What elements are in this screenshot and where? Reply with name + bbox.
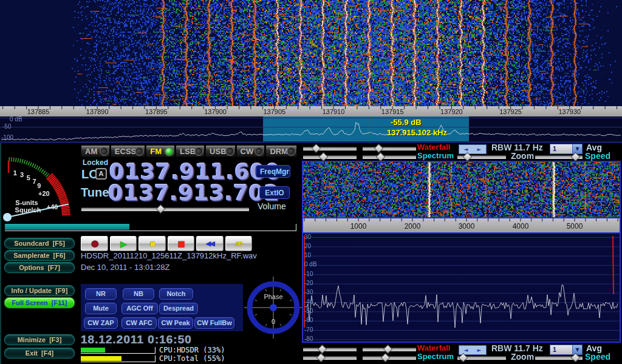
- dsp-button-cw-zap[interactable]: CW ZAP: [84, 317, 118, 329]
- rf-scale-label: 137915: [381, 108, 404, 115]
- avg-dropdown[interactable]: 1▼: [550, 345, 583, 355]
- af-waterfall-frame: [302, 161, 621, 218]
- speed-slider[interactable]: [535, 356, 583, 360]
- record-button[interactable]: ●: [81, 236, 108, 251]
- af-spectrum-display[interactable]: [303, 234, 620, 342]
- speed-slider[interactable]: [535, 155, 583, 159]
- rf-scale-label: 137905: [263, 108, 285, 115]
- lo-frequency-display[interactable]: 0137.911.600: [109, 161, 281, 183]
- rewind-button[interactable]: ◀◀: [196, 236, 224, 251]
- auto-lock-badge[interactable]: A: [95, 168, 107, 180]
- spectrum-brightness-slider-thumb[interactable]: [375, 152, 385, 162]
- chevron-down-icon[interactable]: ▼: [572, 345, 582, 354]
- spectrum-contrast-slider-thumb[interactable]: [316, 353, 326, 363]
- mode-label: FM: [150, 147, 162, 156]
- cpu-total-bar: [81, 356, 156, 362]
- spin-right-icon[interactable]: ►: [473, 145, 486, 153]
- dsp-button-mute[interactable]: Mute: [85, 303, 117, 314]
- spectrum-contrast-slider-thumb[interactable]: [319, 152, 329, 162]
- sidebar-button-minimize[interactable]: Minimize[F3]: [4, 334, 75, 345]
- sidebar-button-key: [F4]: [41, 349, 53, 357]
- rf-scale-label: 137890: [86, 108, 109, 115]
- rf-frequency-scale[interactable]: 1378851378901378951379001379051379101379…: [0, 106, 622, 116]
- rewind-icon: ◀◀: [206, 240, 214, 247]
- dsp-button-cw-fullbw[interactable]: CW FullBw: [194, 317, 234, 329]
- zoom-slider[interactable]: [457, 356, 506, 360]
- s-meter[interactable]: [1, 147, 78, 223]
- playback-progress-bar[interactable]: [5, 224, 296, 231]
- af-frequency-scale[interactable]: 10002000300040005000: [302, 218, 621, 232]
- mode-label: CW: [241, 147, 254, 156]
- mode-button-drm[interactable]: DRM: [265, 146, 297, 157]
- dsp-button-cw-peak[interactable]: CW Peak: [158, 317, 193, 329]
- pause-button[interactable]: ▮▮: [138, 236, 166, 251]
- af-db-label: 20: [304, 243, 311, 249]
- stop-button[interactable]: ■: [168, 236, 195, 251]
- mode-button-ecss[interactable]: ECSS: [111, 146, 145, 157]
- pause-icon: ▮▮: [150, 241, 154, 247]
- spin-left-icon[interactable]: ◄: [459, 346, 473, 354]
- spectrum-contrast-slider[interactable]: [303, 356, 357, 360]
- dsp-panel: NRNBNotchMuteAGC OffDespreadCW ZAPCW AFC…: [81, 284, 243, 331]
- spectrum-brightness-slider-thumb[interactable]: [380, 353, 390, 363]
- contrast-slider[interactable]: [303, 147, 357, 150]
- spin-right-icon[interactable]: ►: [473, 346, 486, 354]
- spectrum-label: Spectrum: [417, 151, 454, 160]
- sidebar-button-exit[interactable]: Exit[F4]: [4, 348, 75, 359]
- af-controls-top: Waterfall◄►RBW 11.7 Hz1▼AvgSpectrumZoomS…: [302, 144, 622, 161]
- sidebar-button-options[interactable]: Options[F7]: [4, 262, 75, 273]
- contrast-slider-thumb[interactable]: [318, 345, 327, 354]
- sidebar-button-samplerate[interactable]: Samplerate[F6]: [4, 250, 75, 261]
- play-button[interactable]: ▶: [110, 236, 137, 251]
- extio-button[interactable]: ExtIO: [259, 186, 290, 199]
- brightness-slider[interactable]: [363, 348, 416, 351]
- af-waterfall-display[interactable]: [303, 162, 620, 217]
- volume-slider[interactable]: [81, 207, 249, 211]
- spectrum-brightness-slider[interactable]: [363, 155, 416, 159]
- sidebar-button-label: Options: [19, 264, 44, 271]
- cpu-total-fill: [81, 356, 121, 361]
- rf-waterfall-display[interactable]: [0, 0, 622, 106]
- brightness-slider[interactable]: [363, 147, 416, 150]
- af-scale-label: 3000: [459, 222, 475, 231]
- brightness-slider-thumb[interactable]: [374, 144, 384, 153]
- brightness-slider-thumb[interactable]: [383, 345, 392, 354]
- speed-label: Speed: [585, 151, 610, 161]
- contrast-slider-thumb[interactable]: [312, 144, 321, 153]
- dsp-button-agc-off[interactable]: AGC Off: [121, 303, 158, 314]
- sidebar-button-soundcard[interactable]: Soundcard[F5]: [4, 238, 75, 249]
- mode-button-lsb[interactable]: LSB: [176, 146, 205, 157]
- dsp-button-nb[interactable]: NB: [123, 288, 154, 300]
- contrast-slider[interactable]: [303, 348, 357, 351]
- spectrum-contrast-slider[interactable]: [303, 155, 357, 159]
- af-db-label: -20: [304, 280, 313, 286]
- wav-timestamp: Dec 10, 2011 - 13:01:28Z: [81, 263, 169, 272]
- dsp-button-despread[interactable]: Despread: [159, 303, 198, 314]
- mode-button-fm[interactable]: FM: [146, 146, 175, 157]
- spectrum-brightness-slider[interactable]: [363, 356, 416, 360]
- loop-button[interactable]: ∞: [225, 236, 253, 251]
- play-icon: ▶: [120, 240, 126, 248]
- sidebar-button-info-update[interactable]: Info / Update[F9]: [4, 285, 75, 296]
- rf-spectrum-display[interactable]: 0 dB -50 -100 -55.9 dB 137.915.102 kHz: [0, 116, 622, 141]
- freqmgr-button[interactable]: FreqMgr: [256, 165, 290, 178]
- mode-button-cw[interactable]: CW: [236, 146, 265, 157]
- dsp-button-cw-afc[interactable]: CW AFC: [121, 317, 157, 329]
- mode-button-row: AMECSSFMLSBUSBCWDRM: [81, 146, 297, 157]
- avg-dropdown[interactable]: 1▼: [550, 144, 583, 154]
- dsp-button-nr[interactable]: NR: [85, 288, 117, 300]
- zoom-slider[interactable]: [457, 155, 506, 159]
- volume-label: Volume: [258, 201, 286, 211]
- sidebar-button-key: [F7]: [48, 264, 60, 271]
- mode-button-am[interactable]: AM: [81, 146, 110, 157]
- chevron-down-icon[interactable]: ▼: [572, 144, 582, 153]
- dsp-button-notch[interactable]: Notch: [159, 288, 193, 300]
- sidebar-button-full-screen[interactable]: Full Screen[F11]: [4, 297, 75, 308]
- tune-frequency-display[interactable]: 0137.913.702: [108, 183, 279, 204]
- record-icon: ●: [91, 239, 98, 248]
- spin-left-icon[interactable]: ◄: [459, 145, 473, 153]
- mode-button-usb[interactable]: USB: [205, 146, 235, 157]
- rf-db-label: 0 dB: [10, 116, 22, 123]
- volume-slider-thumb[interactable]: [156, 204, 166, 214]
- locked-label: Locked: [83, 158, 108, 167]
